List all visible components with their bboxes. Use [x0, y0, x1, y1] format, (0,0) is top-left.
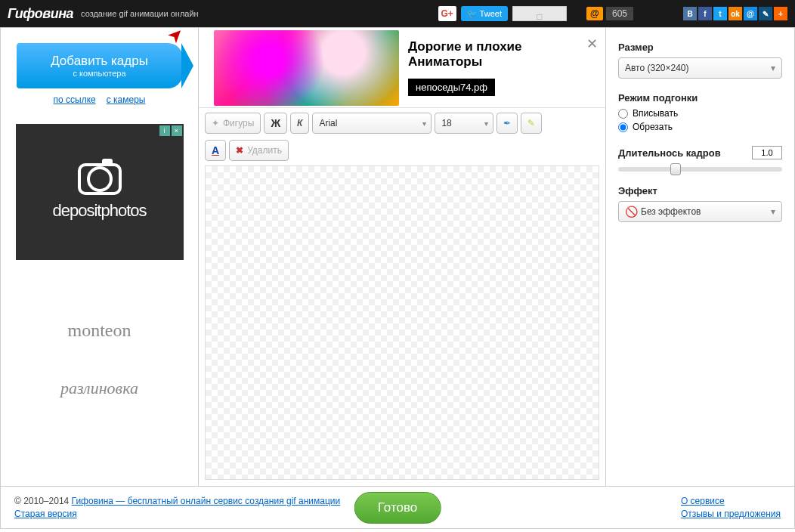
mail-icon: @ [586, 7, 603, 20]
site-logo[interactable]: Гифовина [8, 6, 73, 22]
shapes-button[interactable]: ✦ Фигуры [205, 113, 261, 134]
livejournal-icon[interactable]: ✎ [759, 7, 772, 20]
center-area: ✕ Дорогие и плохие Аниматоры непоседы74.… [199, 28, 605, 486]
odnoklassniki-icon[interactable]: ok [728, 7, 742, 20]
ad-close-icon[interactable]: × [172, 125, 182, 136]
facebook-icon[interactable]: f [698, 7, 712, 20]
copyright-text: © 2010–2014 [14, 496, 72, 506]
text-a-icon: A [212, 144, 219, 156]
font-select[interactable]: Arial [312, 113, 432, 134]
ad-depositphotos[interactable]: i× depositphotos [16, 124, 184, 260]
close-icon[interactable]: ✕ [586, 36, 598, 52]
add-by-link[interactable]: по ссылке [54, 94, 96, 105]
ad-brand-text: depositphotos [53, 201, 147, 221]
google-plus-button[interactable]: G+ [438, 6, 456, 21]
twitter-icon[interactable]: t [713, 7, 727, 20]
fit-crop-input[interactable] [618, 122, 628, 132]
size-select[interactable]: Авто (320×240) [618, 57, 782, 79]
slider-thumb[interactable] [670, 163, 681, 175]
service-description-link[interactable]: Гифовина — бесплатный онлайн сервис созд… [72, 496, 341, 506]
top-bar: Гифовина создание gif анимации онлайн G+… [0, 0, 795, 27]
editor-toolbar: ✦ Фигуры Ж К Arial 18 ✒ ✎ A ✖ Удалить [199, 107, 605, 165]
no-effect-icon: 🚫 [625, 206, 638, 218]
share-widget[interactable] [512, 6, 567, 21]
fit-inscribe-radio[interactable]: Вписывать [618, 108, 782, 119]
old-version-link[interactable]: Старая версия [14, 509, 340, 519]
shapes-icon: ✦ [212, 118, 219, 128]
text-color-button[interactable]: A [205, 140, 226, 161]
add-frames-title: Добавить кадры [51, 54, 148, 69]
banner-title: Дорогие и плохие Аниматоры [408, 39, 590, 70]
delete-button[interactable]: ✖ Удалить [229, 140, 289, 161]
counter-value: 605 [606, 7, 633, 20]
duration-input[interactable] [752, 146, 782, 159]
vk-icon[interactable]: B [683, 7, 697, 20]
ad-info-icon[interactable]: i [159, 125, 170, 136]
duration-slider[interactable] [618, 167, 782, 172]
left-sidebar: Добавить кадры с компьютера по ссылке с … [1, 28, 199, 486]
twitter-icon: 🐦 [467, 9, 478, 19]
site-tagline: создание gif анимации онлайн [81, 9, 199, 18]
effect-select[interactable]: 🚫 Без эффектов [618, 201, 782, 222]
fit-inscribe-input[interactable] [618, 109, 628, 119]
bold-button[interactable]: Ж [264, 113, 287, 134]
promo-razlinovka[interactable]: разлиновка [60, 379, 138, 398]
feedback-link[interactable]: Отзывы и предложения [681, 509, 781, 519]
pen-icon: ✒ [503, 118, 511, 128]
delete-x-icon: ✖ [236, 145, 243, 156]
stroke-color-button[interactable]: ✒ [496, 113, 518, 134]
footer: © 2010–2014 Гифовина — бесплатный онлайн… [0, 487, 795, 529]
add-frames-button[interactable]: Добавить кадры с компьютера [17, 43, 183, 88]
fit-crop-radio[interactable]: Обрезать [618, 122, 782, 132]
banner-domain: непоседы74.рф [408, 79, 495, 96]
fit-mode-label: Режим подгонки [618, 92, 782, 104]
editor-canvas[interactable] [205, 165, 599, 480]
ready-button[interactable]: Готово [354, 492, 441, 524]
duration-label: Длительнось кадров [618, 147, 721, 159]
about-link[interactable]: О сервисе [681, 496, 725, 506]
fill-color-button[interactable]: ✎ [521, 113, 542, 134]
ad-banner[interactable]: Дорогие и плохие Аниматоры непоседы74.рф [199, 28, 605, 107]
size-label: Размер [618, 42, 782, 53]
mailru-icon[interactable]: @ [744, 7, 757, 20]
tweet-button[interactable]: 🐦 Tweet [461, 6, 508, 21]
highlighter-icon: ✎ [527, 118, 535, 128]
add-from-camera[interactable]: с камеры [107, 94, 146, 105]
banner-image [214, 30, 399, 106]
italic-button[interactable]: К [290, 113, 309, 134]
add-frames-sub: с компьютера [73, 69, 125, 78]
effect-label: Эффект [618, 185, 782, 196]
add-share-icon[interactable]: + [774, 7, 787, 20]
right-panel: Размер Авто (320×240) Режим подгонки Впи… [605, 28, 794, 486]
camera-icon [78, 163, 122, 195]
promo-monteon[interactable]: monteon [68, 320, 131, 341]
font-size-select[interactable]: 18 [435, 113, 493, 134]
